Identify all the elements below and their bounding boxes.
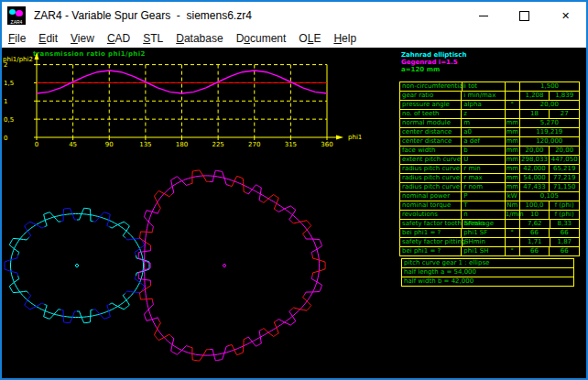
menu-item-view[interactable]: View (64, 32, 101, 45)
row-value-gear1: 7,62 (519, 220, 549, 228)
gear1-tooth (25, 222, 45, 237)
icon-gear-cyan (9, 9, 16, 15)
menu-item-database[interactable]: Database (169, 32, 229, 45)
menu-item-help[interactable]: Help (327, 32, 363, 45)
gear2-tooth (210, 170, 229, 185)
row-value-gear2: 447,050 (549, 156, 579, 164)
icon-gear-magenta (16, 10, 23, 16)
row-label: no. of teeth (400, 110, 461, 118)
row-symbol: SHmin (462, 238, 505, 246)
gear2-tooth (155, 190, 172, 211)
gear2-tooth (140, 230, 153, 248)
window-title: ZAR4 - Variable Spur Gears - siemens6.zr… (34, 9, 252, 22)
row-unit: mm (505, 156, 519, 164)
row-value-gear2: 65,219 (549, 165, 579, 173)
menu-bar: FileEditViewCADSTLDatabaseDocumentOLEHel… (2, 29, 586, 48)
row-value-gear2: 27 (549, 110, 579, 118)
close-icon: ✕ (561, 11, 570, 21)
menu-item-ole[interactable]: OLE (292, 32, 327, 45)
gear1-tooth (60, 208, 77, 222)
row-symbol: P (461, 192, 505, 201)
row-label: normal module (400, 119, 461, 127)
maximize-button[interactable] (504, 2, 545, 29)
close-button[interactable]: ✕ (545, 2, 586, 29)
row-label: face width (400, 147, 461, 155)
row-value-gear1: 54,000 (519, 174, 550, 182)
row-value-gear1: 1,71 (519, 238, 549, 246)
icon-zar4-text: ZAR4 (7, 20, 26, 25)
row-unit: Nm (505, 201, 519, 210)
gear1-pitch-curve (11, 214, 144, 318)
row-symbol: r min (461, 165, 505, 173)
menu-item-edit[interactable]: Edit (32, 32, 64, 45)
menu-item-stl[interactable]: STL (136, 32, 169, 45)
row-label: nominal power (400, 192, 461, 201)
row-value-gear1: 20,00 (519, 147, 550, 155)
gear2-tooth (190, 347, 210, 361)
menu-item-cad[interactable]: CAD (101, 32, 136, 45)
row-unit: ° (505, 247, 519, 255)
row-label: safety factor tooth breakage (400, 220, 462, 228)
row-label: nominal torque (400, 201, 461, 210)
gear2-tooth (261, 320, 278, 336)
x-tick-label: 135 (139, 141, 151, 148)
y-tick-label: 1 (4, 98, 7, 105)
gear2-tooth (304, 276, 321, 295)
row-unit: ° (505, 101, 519, 109)
row-unit (505, 238, 519, 246)
row-value-gear1: 18 (519, 110, 550, 118)
row-label: pressure angle (400, 101, 461, 109)
row-symbol: i tot (462, 82, 505, 91)
row-unit: mm (505, 165, 519, 173)
row-value: 1,500 (519, 82, 579, 91)
row-value-gear1: 66 (519, 229, 550, 237)
row-value-gear1: 100,0 (519, 201, 550, 210)
row-label: safety factor pitting (400, 238, 462, 246)
row-unit (505, 220, 519, 228)
row-symbol: phi1 SH (461, 247, 505, 255)
row-value-gear1: 42,000 (519, 165, 550, 173)
gear-pair-drawing (2, 148, 350, 373)
gear2-tooth (140, 283, 153, 301)
gear2-tooth (261, 195, 278, 211)
row-value-gear1: 1,208 (519, 92, 550, 100)
info-gear-type: Zahnrad elliptisch (401, 51, 466, 59)
row-value-gear2: 71,150 (549, 183, 579, 191)
row-unit: mm (505, 183, 519, 191)
row-symbol: z (461, 110, 505, 118)
row-value-gear2: 8,33 (550, 220, 579, 228)
x-tick-label: 45 (69, 141, 77, 148)
row-value-gear2: 20,00 (549, 147, 579, 155)
menu-item-document[interactable]: Document (230, 32, 293, 45)
row-unit: kW (505, 192, 519, 201)
row-value-gear1: 47,433 (519, 183, 550, 191)
row-value: 5,270 (519, 119, 579, 127)
row-value-gear2: 66 (549, 229, 579, 237)
minimize-button[interactable] (463, 2, 504, 29)
row-label: center distance (400, 137, 461, 146)
menu-item-file[interactable]: File (2, 32, 32, 45)
pitch-curve-info-row: half width b = 42,000 (401, 277, 574, 287)
maximize-icon (519, 11, 529, 21)
row-label: bei phi1 = ? (400, 247, 461, 255)
pitch-curve-info-box: pitch curve gear 1 : ellipsehalf length … (401, 259, 574, 287)
x-tick-label: 0 (35, 141, 38, 148)
x-tick-label: 360 (321, 141, 332, 148)
transmission-ratio-chart: 0459013518022527031536000,511,52 (2, 48, 368, 150)
gear2-center-marker (223, 264, 226, 267)
row-value-gear2: f (phi) (549, 211, 579, 219)
window-controls: ✕ (463, 2, 586, 29)
row-value: 120,000 (519, 137, 579, 146)
gear-info-header: Zahnrad elliptisch Gegenrad i=1.5 a=120 … (401, 51, 466, 73)
app-icon: ZAR4 (7, 6, 26, 25)
row-label: non-circumferential (400, 82, 462, 91)
x-tick-label: 180 (176, 141, 188, 148)
title-bar: ZAR4 ZAR4 - Variable Spur Gears - siemen… (2, 2, 586, 29)
gear2-tooth (155, 320, 172, 341)
row-value: 119,219 (519, 128, 579, 136)
row-symbol: alpha (461, 101, 505, 109)
y-tick-label: 1,5 (4, 80, 14, 87)
row-value-gear1: 66 (519, 247, 550, 255)
row-value-gear1: 298,033 (519, 156, 550, 164)
row-symbol: n (461, 211, 504, 219)
